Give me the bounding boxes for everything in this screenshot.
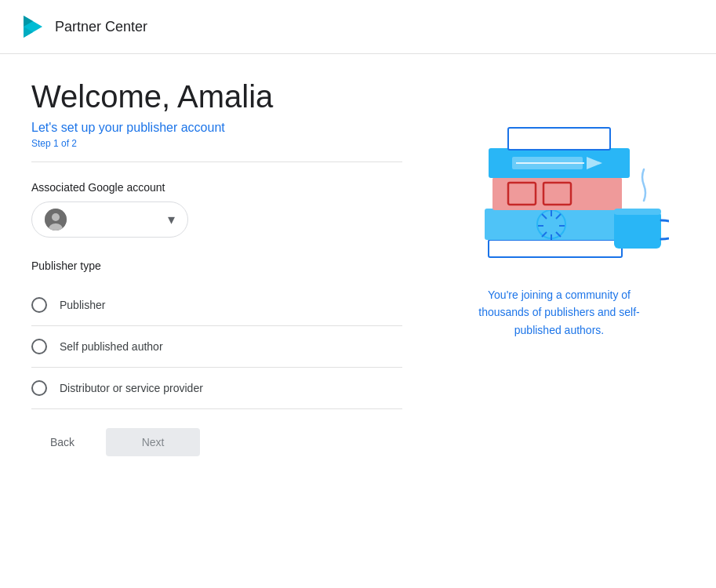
account-section-label: Associated Google account	[31, 181, 402, 194]
svg-rect-6	[489, 240, 622, 257]
chevron-down-icon: ▾	[168, 211, 175, 228]
radio-label-publisher: Publisher	[60, 299, 105, 311]
radio-circle-self-published	[31, 339, 47, 354]
partner-center-logo	[19, 13, 47, 41]
next-button[interactable]: Next	[106, 428, 200, 456]
main-layout: Welcome, Amalia Let's set up your publis…	[0, 54, 716, 481]
svg-point-4	[52, 213, 60, 221]
radio-label-self-published: Self published author	[60, 340, 163, 353]
step-indicator: Step 1 of 2	[31, 138, 402, 149]
back-button[interactable]: Back	[31, 428, 93, 456]
account-dropdown[interactable]: ▾	[31, 201, 188, 238]
app-header: Partner Center	[0, 0, 716, 54]
header-title: Partner Center	[55, 19, 147, 35]
radio-circle-publisher	[31, 297, 47, 313]
radio-circle-distributor	[31, 380, 47, 396]
welcome-title: Welcome, Amalia	[31, 79, 402, 114]
illustration	[449, 95, 669, 270]
section-divider	[31, 162, 402, 162]
setup-subtitle: Let's set up your publisher account	[31, 121, 402, 135]
radio-option-self-published[interactable]: Self published author	[31, 326, 402, 368]
radio-label-distributor: Distributor or service provider	[60, 382, 203, 394]
illustration-caption: You're joining a community of thousands …	[465, 286, 653, 339]
radio-option-distributor[interactable]: Distributor or service provider	[31, 368, 402, 409]
button-row: Back Next	[31, 428, 402, 456]
right-panel: You're joining a community of thousands …	[434, 79, 685, 456]
radio-option-publisher[interactable]: Publisher	[31, 285, 402, 326]
left-panel: Welcome, Amalia Let's set up your publis…	[31, 79, 402, 456]
avatar	[45, 209, 67, 230]
svg-rect-25	[614, 211, 661, 249]
svg-rect-26	[614, 209, 661, 215]
svg-rect-24	[508, 128, 610, 150]
publisher-type-label: Publisher type	[31, 260, 402, 272]
svg-rect-7	[485, 209, 626, 240]
